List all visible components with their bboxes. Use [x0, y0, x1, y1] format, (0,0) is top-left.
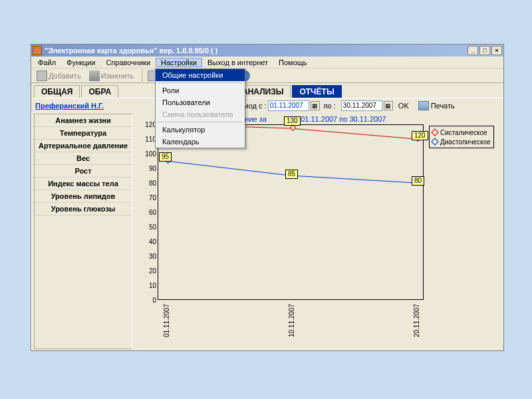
print-button[interactable]: Печать — [414, 100, 459, 111]
legend-item: Диастолическое — [432, 137, 491, 146]
window-title: "Электронная карта здоровья" вер. 1.0.0.… — [45, 47, 466, 55]
ok-button[interactable]: OK — [398, 102, 409, 110]
legend-marker-icon — [431, 138, 438, 145]
legend-label: Систалическое — [440, 129, 487, 136]
chart-legend: Систалическое Диастолическое — [429, 126, 494, 148]
separator — [157, 82, 243, 83]
content: Анамнез жизни Температура Артериальное д… — [31, 112, 503, 350]
legend-marker-icon — [431, 128, 438, 136]
subheader: Преферанский Н.Г. ременной период с : 01… — [31, 98, 503, 112]
app-icon — [33, 46, 42, 55]
close-button[interactable]: × — [491, 46, 502, 55]
to-label: по : — [324, 102, 336, 110]
menu-file[interactable]: Файл — [33, 58, 61, 67]
data-label: 120 — [412, 131, 428, 140]
tab-reports[interactable]: ОТЧЁТЫ — [292, 85, 341, 98]
settings-dropdown: Общие настройки Роли Пользователи Смена … — [155, 68, 245, 148]
dropdown-roles[interactable]: Роли — [156, 84, 245, 96]
y-tick: 100 — [136, 150, 156, 157]
dropdown-calculator[interactable]: Калькулятор — [156, 124, 245, 136]
y-tick: 30 — [136, 253, 156, 259]
data-label: 130 — [284, 116, 301, 126]
chart-area: Артериальное давление за период с 01.11.… — [134, 114, 501, 349]
list-item[interactable]: Анамнез жизни — [35, 114, 132, 127]
separator — [142, 70, 142, 82]
titlebar: "Электронная карта здоровья" вер. 1.0.0.… — [31, 45, 503, 57]
tab-general[interactable]: ОБЩАЯ — [34, 85, 80, 98]
separator — [157, 122, 243, 122]
calendar-icon[interactable]: ▦ — [384, 101, 393, 110]
y-tick: 0 — [136, 297, 156, 303]
dropdown-switch-user[interactable]: Смена пользователя — [156, 108, 245, 120]
menu-settings[interactable]: Настройки — [156, 58, 202, 67]
y-tick: 90 — [136, 165, 156, 172]
y-tick: 120 — [136, 121, 156, 128]
x-tick: 20.11.2007 — [413, 304, 420, 337]
list-item[interactable]: Уровень липидов — [35, 190, 132, 203]
minimize-button[interactable]: _ — [467, 46, 478, 55]
y-tick: 10 — [136, 282, 156, 289]
dropdown-common-settings[interactable]: Общие настройки — [156, 69, 245, 81]
y-tick: 70 — [136, 194, 156, 201]
patient-link[interactable]: Преферанский Н.Г. — [35, 102, 104, 110]
y-tick: 80 — [136, 180, 156, 186]
add-icon — [37, 70, 47, 81]
tab-exams-partial[interactable]: ОБРА — [81, 85, 118, 98]
list-item[interactable]: Вес — [35, 152, 132, 165]
date-to-field[interactable]: 30.11.2007 — [341, 100, 382, 111]
menu-functions[interactable]: Функции — [61, 58, 100, 67]
toolbar-add-button[interactable]: Добавить — [34, 70, 84, 82]
date-from-field[interactable]: 01.11.2007 — [268, 100, 309, 111]
y-tick: 60 — [136, 209, 156, 215]
menu-help[interactable]: Помощь — [273, 58, 313, 67]
toolbar-add-label: Добавить — [49, 72, 81, 80]
y-tick: 40 — [136, 238, 156, 245]
list-item[interactable]: Артериальное давление — [35, 140, 132, 152]
print-label: Печать — [431, 102, 455, 110]
legend-label: Диастолическое — [440, 138, 491, 146]
list-item[interactable]: Рост — [35, 165, 132, 178]
list-item[interactable]: Температура — [35, 127, 132, 140]
menu-refs[interactable]: Справочники — [100, 58, 156, 67]
tabs-row: ОБЩАЯ ОБРА ЕНИЯ АНАЛИЗЫ ОТЧЁТЫ — [31, 83, 503, 98]
y-tick: 50 — [136, 223, 156, 230]
y-tick: 20 — [136, 267, 156, 274]
menu-internet[interactable]: Выход в интернет — [202, 58, 273, 67]
chart-lines — [158, 124, 424, 300]
left-panel: Анамнез жизни Температура Артериальное д… — [34, 114, 132, 349]
dropdown-users[interactable]: Пользователи — [156, 96, 245, 108]
toolbar-edit-label: Изменить — [101, 72, 134, 80]
list-item[interactable]: Индекс массы тела — [35, 178, 132, 190]
toolbar: Добавить Изменить — [31, 68, 503, 83]
data-label: 80 — [412, 176, 424, 186]
toolbar-edit-button[interactable]: Изменить — [86, 70, 137, 82]
calendar-icon[interactable]: ▦ — [311, 101, 320, 110]
maximize-button[interactable]: □ — [479, 46, 490, 55]
data-label: 85 — [285, 170, 298, 179]
edit-icon — [89, 70, 100, 81]
menubar: Файл Функции Справочники Настройки Выход… — [31, 57, 503, 68]
y-tick: 110 — [136, 136, 156, 142]
x-tick: 10.11.2007 — [288, 304, 295, 337]
legend-item: Систалическое — [432, 128, 491, 137]
x-tick: 01.11.2007 — [163, 304, 170, 337]
app-window: "Электронная карта здоровья" вер. 1.0.0.… — [31, 44, 504, 351]
dropdown-calendar[interactable]: Календарь — [156, 136, 245, 148]
data-label: 95 — [159, 152, 172, 162]
printer-icon — [418, 101, 429, 110]
list-item[interactable]: Уровень глюкозы — [35, 203, 132, 215]
